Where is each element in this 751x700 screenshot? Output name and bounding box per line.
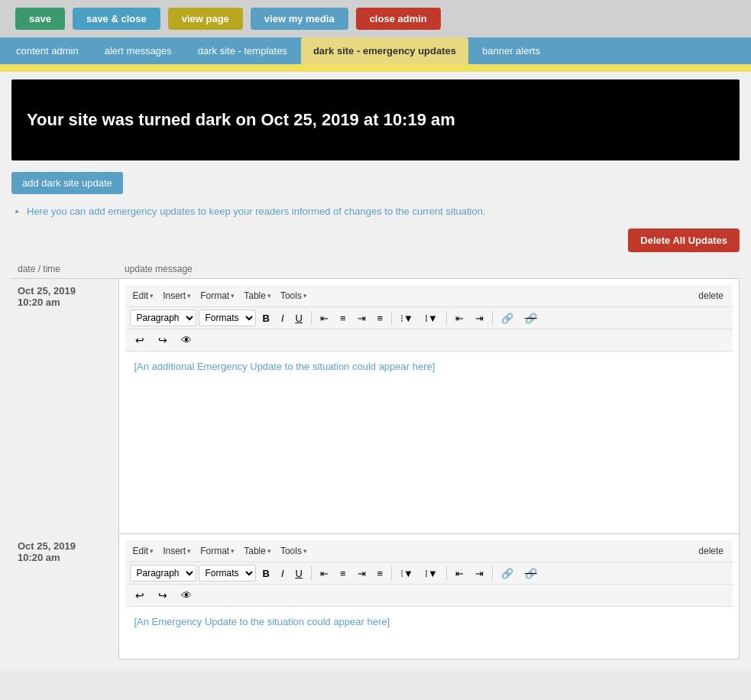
editor-menu-left-2: Edit ▾ Insert ▾ Format ▾ (130, 543, 310, 559)
link-btn-2[interactable]: 🔗 (497, 566, 518, 582)
tab-dark-site-emergency-updates[interactable]: dark site - emergency updates (301, 37, 468, 64)
paragraph-select-1[interactable]: Paragraph (130, 309, 196, 326)
view-page-button[interactable]: view page (168, 8, 243, 30)
caret-format-2: ▾ (231, 547, 235, 555)
align-justify-btn-2[interactable]: ≡ (373, 566, 388, 582)
table-row: Oct 25, 2019 10:20 am Edit ▾ Insert (11, 279, 740, 534)
caret-insert-1: ▾ (187, 292, 191, 300)
tab-dark-site-templates[interactable]: dark site - templates (186, 37, 299, 64)
editor-menu-toolbar-2: Edit ▾ Insert ▾ Format ▾ (125, 540, 733, 562)
align-center-btn-2[interactable]: ≡ (335, 566, 351, 582)
bullet-list-btn-1[interactable]: ⁝▼ (396, 310, 418, 326)
save-button[interactable]: save (15, 8, 65, 30)
menu-tools-2[interactable]: Tools ▾ (277, 543, 310, 559)
editor-menu-left-1: Edit ▾ Insert ▾ Format ▾ (130, 288, 310, 303)
bullet-list-btn-2[interactable]: ⁝▼ (396, 566, 418, 582)
formats-select-1[interactable]: Formats (199, 309, 256, 326)
menu-edit-1[interactable]: Edit ▾ (130, 288, 157, 303)
indent-btn-2[interactable]: ⇥ (471, 566, 488, 582)
date-1: Oct 25, 2019 (18, 285, 112, 297)
sep-1d (492, 311, 493, 325)
link-btn-1[interactable]: 🔗 (497, 310, 518, 326)
menu-format-2[interactable]: Format ▾ (197, 543, 238, 559)
italic-btn-1[interactable]: I (277, 310, 289, 326)
align-right-btn-1[interactable]: ⇥ (353, 310, 371, 326)
nav-tabs: content admin alert messages dark site -… (0, 37, 751, 64)
date-cell-2: Oct 25, 2019 10:20 am (11, 534, 118, 659)
redo-btn-2[interactable]: ↪ (153, 587, 173, 604)
menu-edit-2[interactable]: Edit ▾ (130, 543, 157, 559)
time-1: 10:20 am (18, 297, 112, 308)
updates-table: date / time update message Oct 25, 2019 … (11, 260, 740, 659)
col-header-update-message: update message (118, 260, 740, 279)
info-text: Here you can add emergency updates to ke… (27, 206, 740, 217)
add-dark-site-update-button[interactable]: add dark site update (11, 172, 123, 194)
indent-btn-1[interactable]: ⇥ (471, 310, 488, 326)
formats-select-2[interactable]: Formats (199, 565, 256, 582)
outdent-btn-1[interactable]: ⇤ (451, 310, 468, 326)
undo-btn-1[interactable]: ↩ (130, 332, 150, 348)
editor-cell-2: Edit ▾ Insert ▾ Format ▾ (118, 534, 740, 659)
dark-banner-text: Your site was turned dark on Oct 25, 201… (27, 110, 724, 130)
format-toolbar-2: Paragraph Formats B I U ⇤ ≡ ⇥ ≡ (125, 562, 733, 585)
delete-link-2[interactable]: delete (694, 543, 728, 559)
caret-table-1: ▾ (267, 292, 271, 300)
sep-1a (311, 311, 312, 325)
top-toolbar: save save & close view page view my medi… (0, 0, 751, 37)
menu-format-1[interactable]: Format ▾ (197, 288, 238, 303)
align-left-btn-1[interactable]: ⇤ (316, 310, 333, 326)
italic-btn-2[interactable]: I (277, 566, 289, 582)
outdent-btn-2[interactable]: ⇤ (451, 566, 468, 582)
underline-btn-1[interactable]: U (291, 310, 307, 326)
editor-content-2[interactable]: [An Emergency Update to the situation co… (125, 607, 733, 653)
num-list-btn-2[interactable]: ⁞▼ (420, 566, 442, 582)
align-center-btn-1[interactable]: ≡ (335, 310, 351, 326)
view-media-button[interactable]: view my media (251, 8, 348, 30)
tab-banner-alerts[interactable]: banner alerts (470, 37, 552, 64)
bold-btn-2[interactable]: B (258, 566, 274, 582)
sep-1b (391, 311, 392, 325)
date-cell-1: Oct 25, 2019 10:20 am (11, 279, 118, 534)
format-toolbar-1: Paragraph Formats B I U ⇤ ≡ ⇥ ≡ (125, 307, 733, 329)
unlink-btn-2[interactable]: 🔗 (520, 566, 542, 582)
table-row: Oct 25, 2019 10:20 am Edit ▾ Insert (11, 534, 740, 659)
history-toolbar-1: ↩ ↪ 👁 (125, 329, 733, 352)
align-left-btn-2[interactable]: ⇤ (316, 566, 333, 582)
delete-all-updates-button[interactable]: Delete All Updates (628, 228, 740, 252)
tab-alert-messages[interactable]: alert messages (92, 37, 184, 64)
caret-format-1: ▾ (231, 292, 235, 300)
menu-tools-1[interactable]: Tools ▾ (277, 288, 310, 303)
save-close-button[interactable]: save & close (73, 8, 160, 30)
caret-tools-2: ▾ (303, 547, 307, 555)
unlink-btn-1[interactable]: 🔗 (520, 310, 542, 326)
sep-1c (446, 311, 447, 325)
delete-link-1[interactable]: delete (694, 288, 728, 303)
preview-btn-1[interactable]: 👁 (176, 332, 197, 348)
close-admin-button[interactable]: close admin (356, 8, 441, 30)
align-justify-btn-1[interactable]: ≡ (373, 310, 388, 326)
sep-2c (446, 566, 447, 580)
preview-btn-2[interactable]: 👁 (176, 587, 197, 604)
bold-btn-1[interactable]: B (258, 310, 274, 326)
caret-edit-2: ▾ (150, 547, 154, 555)
undo-btn-2[interactable]: ↩ (130, 587, 150, 604)
editor-menu-toolbar-1: Edit ▾ Insert ▾ Format ▾ (125, 285, 733, 307)
align-right-btn-2[interactable]: ⇥ (353, 566, 371, 582)
caret-tools-1: ▾ (303, 292, 307, 300)
redo-btn-1[interactable]: ↪ (153, 332, 173, 348)
history-toolbar-2: ↩ ↪ 👁 (125, 585, 733, 607)
menu-table-2[interactable]: Table ▾ (241, 543, 274, 559)
yellow-bar (0, 64, 751, 72)
tab-content-admin[interactable]: content admin (4, 37, 91, 64)
menu-insert-2[interactable]: Insert ▾ (160, 543, 194, 559)
menu-insert-1[interactable]: Insert ▾ (160, 288, 194, 303)
delete-all-row: Delete All Updates (11, 228, 740, 252)
paragraph-select-2[interactable]: Paragraph (130, 565, 196, 582)
underline-btn-2[interactable]: U (291, 566, 307, 582)
menu-table-1[interactable]: Table ▾ (241, 288, 274, 303)
date-2: Oct 25, 2019 (18, 540, 112, 552)
caret-insert-2: ▾ (187, 547, 191, 555)
sep-2b (391, 566, 392, 580)
editor-content-1[interactable]: [An additional Emergency Update to the s… (125, 352, 733, 527)
num-list-btn-1[interactable]: ⁞▼ (420, 310, 442, 326)
